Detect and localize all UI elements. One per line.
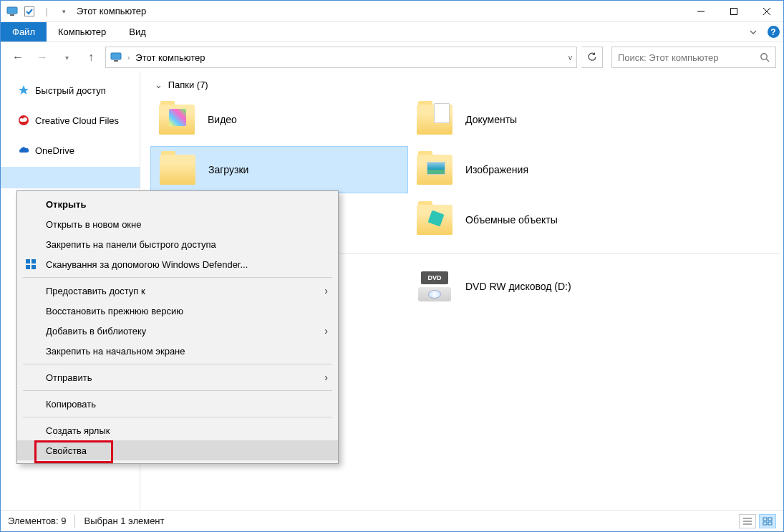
- sidebar-item-creative-cloud[interactable]: Creative Cloud Files: [1, 110, 140, 131]
- context-item-pin-quick-access[interactable]: Закрепить на панели быстрого доступа: [17, 234, 338, 254]
- svg-rect-14: [26, 265, 30, 269]
- svg-rect-0: [7, 7, 17, 14]
- context-item-pin-start[interactable]: Закрепить на начальном экране: [17, 341, 338, 361]
- tab-view[interactable]: Вид: [117, 22, 158, 42]
- drive-tile-dvd[interactable]: DVD DVD RW дисковод (D:): [408, 263, 666, 310]
- context-item-create-shortcut[interactable]: Создать ярлык: [17, 420, 338, 440]
- sidebar-item-label: OneDrive: [35, 145, 74, 156]
- chevron-down-icon: ⌄: [155, 79, 163, 90]
- maximize-button[interactable]: [717, 1, 750, 22]
- qat-dropdown-icon[interactable]: ▾: [58, 6, 69, 17]
- qat-divider: |: [41, 6, 52, 17]
- refresh-button[interactable]: [581, 47, 603, 68]
- close-button[interactable]: [750, 1, 783, 22]
- svg-rect-22: [768, 522, 772, 525]
- context-separator: [23, 417, 332, 417]
- minimize-button[interactable]: [684, 1, 717, 22]
- breadcrumb[interactable]: Этот компьютер: [135, 52, 205, 63]
- ribbon-tabs: Файл Компьютер Вид ?: [1, 22, 783, 42]
- chevron-right-icon[interactable]: ›: [127, 54, 130, 62]
- folder-tile-video[interactable]: Видео: [150, 96, 408, 143]
- onedrive-icon: [18, 145, 29, 156]
- defender-icon: [24, 258, 37, 271]
- title-bar: | ▾ Этот компьютер: [1, 1, 783, 22]
- context-menu: Открыть Открыть в новом окне Закрепить н…: [16, 190, 339, 464]
- folder-label: Объемные объекты: [465, 214, 558, 226]
- search-icon: [760, 52, 770, 62]
- context-item-properties[interactable]: Свойства: [17, 440, 338, 460]
- context-item-give-access[interactable]: Предоставить доступ к›: [17, 281, 338, 301]
- sidebar-item-label: Creative Cloud Files: [35, 115, 119, 126]
- navigation-bar: ← → ▾ ↑ › Этот компьютер v Поиск: Этот к…: [1, 42, 783, 72]
- status-bar: Элементов: 9 Выбран 1 элемент: [1, 510, 783, 531]
- svg-rect-2: [25, 6, 34, 16]
- svg-rect-1: [10, 14, 14, 16]
- sidebar-item-selected-placeholder[interactable]: [1, 167, 140, 188]
- dvd-drive-icon: DVD: [417, 271, 453, 301]
- submenu-arrow-icon: ›: [324, 372, 328, 383]
- context-item-add-to-library[interactable]: Добавить в библиотеку›: [17, 321, 338, 341]
- context-separator: [23, 277, 332, 278]
- status-selection: Выбран 1 элемент: [84, 516, 164, 526]
- context-item-open-new-window[interactable]: Открыть в новом окне: [17, 214, 338, 234]
- submenu-arrow-icon: ›: [324, 285, 328, 296]
- drive-label: DVD RW дисковод (D:): [465, 281, 571, 292]
- context-separator: [23, 390, 332, 391]
- address-bar[interactable]: › Этот компьютер v: [105, 47, 577, 68]
- folder-label: Документы: [465, 114, 517, 125]
- tab-computer[interactable]: Компьютер: [47, 22, 117, 42]
- context-item-scan-defender[interactable]: Сканування за допомогою Windows Defender…: [17, 254, 338, 274]
- star-icon: [18, 84, 29, 96]
- svg-rect-4: [731, 8, 737, 14]
- folder-label: Видео: [208, 114, 237, 125]
- folder-tile-documents[interactable]: Документы: [408, 96, 666, 143]
- help-icon: ?: [768, 26, 780, 38]
- group-header-folders[interactable]: ⌄ Папки (7): [155, 79, 783, 90]
- folder-icon: [417, 205, 453, 235]
- context-item-open[interactable]: Открыть: [17, 194, 338, 214]
- status-item-count: Элементов: 9: [8, 516, 66, 526]
- context-item-restore-previous[interactable]: Восстановить прежнюю версию: [17, 301, 338, 321]
- this-pc-icon: [6, 6, 18, 17]
- folder-icon: [159, 105, 195, 135]
- sidebar-item-label: Быстрый доступ: [35, 85, 106, 96]
- status-separator: [74, 515, 75, 528]
- creative-cloud-icon: [18, 115, 29, 126]
- tab-file[interactable]: Файл: [1, 22, 47, 42]
- folder-icon: [417, 105, 453, 135]
- svg-rect-8: [114, 60, 118, 62]
- help-button[interactable]: ?: [763, 22, 783, 42]
- sidebar-item-quick-access[interactable]: Быстрый доступ: [1, 79, 140, 101]
- window-title: Этот компьютер: [77, 6, 146, 16]
- context-item-copy[interactable]: Копировать: [17, 394, 338, 414]
- ribbon-expand-icon[interactable]: [743, 22, 763, 42]
- context-item-send-to[interactable]: Отправить›: [17, 367, 338, 387]
- svg-rect-19: [763, 518, 767, 521]
- svg-line-10: [766, 59, 769, 62]
- view-details-button[interactable]: [739, 514, 756, 528]
- forward-button[interactable]: →: [32, 47, 52, 67]
- context-separator: [23, 364, 332, 364]
- back-button[interactable]: ←: [8, 47, 28, 67]
- address-dropdown-icon[interactable]: v: [568, 54, 572, 62]
- folder-icon: [417, 155, 453, 185]
- folder-tile-downloads[interactable]: Загрузки: [150, 146, 408, 193]
- svg-rect-21: [763, 522, 767, 525]
- search-input[interactable]: Поиск: Этот компьютер: [611, 47, 776, 68]
- svg-point-9: [761, 54, 767, 59]
- svg-rect-7: [111, 53, 121, 59]
- this-pc-icon: [110, 52, 122, 63]
- folder-icon: [160, 155, 195, 185]
- svg-rect-13: [32, 259, 36, 263]
- svg-rect-12: [26, 259, 30, 263]
- view-tiles-button[interactable]: [759, 514, 776, 528]
- checkbox-icon[interactable]: [24, 6, 35, 17]
- submenu-arrow-icon: ›: [324, 325, 328, 337]
- folder-tile-3d-objects[interactable]: Объемные объекты: [408, 196, 666, 243]
- folder-tile-pictures[interactable]: Изображения: [408, 146, 666, 193]
- up-button[interactable]: ↑: [81, 47, 101, 67]
- sidebar-item-onedrive[interactable]: OneDrive: [1, 140, 140, 161]
- recent-locations-icon[interactable]: ▾: [57, 47, 77, 67]
- svg-rect-15: [32, 265, 36, 269]
- folder-label: Загрузки: [208, 164, 248, 175]
